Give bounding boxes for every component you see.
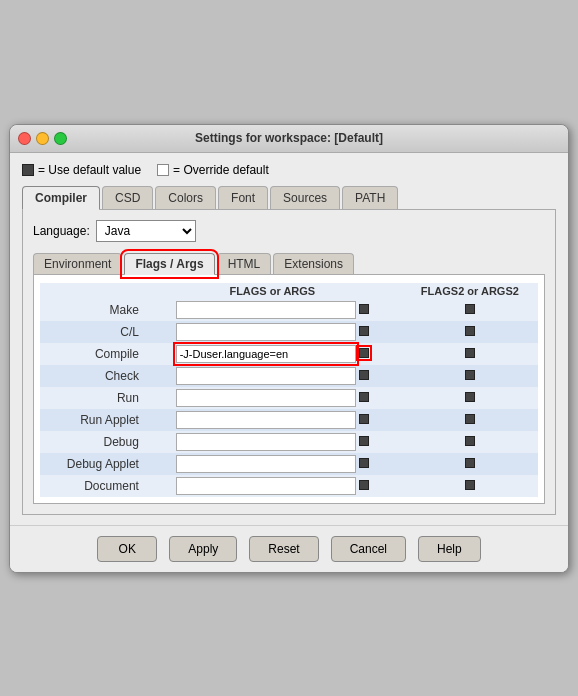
row-flags-document	[143, 475, 402, 497]
col-label-header	[40, 283, 143, 299]
run-applet-flags2-toggle[interactable]	[465, 414, 475, 424]
table-row: Check	[40, 365, 538, 387]
document-flags2-toggle[interactable]	[465, 480, 475, 490]
close-button[interactable]	[18, 132, 31, 145]
cl-flags-input[interactable]	[176, 323, 356, 341]
debug-applet-flags2-toggle[interactable]	[465, 458, 475, 468]
sub-tab-html[interactable]: HTML	[217, 253, 272, 274]
row-flags2-debug	[402, 431, 538, 453]
tab-path[interactable]: PATH	[342, 186, 398, 209]
flags-args-content: FLAGS or ARGS FLAGS2 or ARGS2 Make	[33, 275, 545, 504]
run-flags-input[interactable]	[176, 389, 356, 407]
row-label-document: Document	[40, 475, 143, 497]
row-label-check: Check	[40, 365, 143, 387]
debug-flags-input[interactable]	[176, 433, 356, 451]
table-row: Run	[40, 387, 538, 409]
run-flags-toggle[interactable]	[359, 392, 369, 402]
sub-tab-flags-args[interactable]: Flags / Args	[124, 253, 214, 275]
check-flags-toggle[interactable]	[359, 370, 369, 380]
row-flags2-make	[402, 299, 538, 321]
row-flags-run	[143, 387, 402, 409]
debug-flags2-toggle[interactable]	[465, 436, 475, 446]
row-flags-debug	[143, 431, 402, 453]
titlebar-buttons	[18, 132, 67, 145]
make-flags-input[interactable]	[176, 301, 356, 319]
maximize-button[interactable]	[54, 132, 67, 145]
cancel-button[interactable]: Cancel	[331, 536, 406, 562]
table-row: Debug Applet	[40, 453, 538, 475]
row-flags2-run-applet	[402, 409, 538, 431]
tab-colors[interactable]: Colors	[155, 186, 216, 209]
flags-table: FLAGS or ARGS FLAGS2 or ARGS2 Make	[40, 283, 538, 497]
row-flags-debug-applet	[143, 453, 402, 475]
make-flags-toggle[interactable]	[359, 304, 369, 314]
tab-sources[interactable]: Sources	[270, 186, 340, 209]
row-label-cl: C/L	[40, 321, 143, 343]
debug-applet-flags-toggle[interactable]	[359, 458, 369, 468]
language-label: Language:	[33, 224, 90, 238]
main-tabs: Compiler CSD Colors Font Sources PATH	[22, 185, 556, 210]
titlebar: Settings for workspace: [Default]	[10, 125, 568, 153]
row-flags-run-applet	[143, 409, 402, 431]
tab-font[interactable]: Font	[218, 186, 268, 209]
help-button[interactable]: Help	[418, 536, 481, 562]
col-flags2-header: FLAGS2 or ARGS2	[402, 283, 538, 299]
language-select[interactable]: Java C C++	[96, 220, 196, 242]
compile-flags2-toggle[interactable]	[465, 348, 475, 358]
legend-default: = Use default value	[22, 163, 141, 177]
row-flags-cl	[143, 321, 402, 343]
tab-compiler[interactable]: Compiler	[22, 186, 100, 210]
compile-flags-toggle[interactable]	[359, 348, 369, 358]
ok-button[interactable]: OK	[97, 536, 157, 562]
row-flags2-compile	[402, 343, 538, 365]
table-row: C/L	[40, 321, 538, 343]
row-label-debug-applet: Debug Applet	[40, 453, 143, 475]
cl-flags2-toggle[interactable]	[465, 326, 475, 336]
row-flags2-document	[402, 475, 538, 497]
sub-tab-environment[interactable]: Environment	[33, 253, 122, 274]
cl-flags-toggle[interactable]	[359, 326, 369, 336]
table-row: Run Applet	[40, 409, 538, 431]
debug-flags-toggle[interactable]	[359, 436, 369, 446]
row-flags2-debug-applet	[402, 453, 538, 475]
table-row: Document	[40, 475, 538, 497]
row-flags2-run	[402, 387, 538, 409]
check-flags-input[interactable]	[176, 367, 356, 385]
reset-button[interactable]: Reset	[249, 536, 318, 562]
document-flags-toggle[interactable]	[359, 480, 369, 490]
debug-applet-flags-input[interactable]	[176, 455, 356, 473]
apply-button[interactable]: Apply	[169, 536, 237, 562]
row-label-debug: Debug	[40, 431, 143, 453]
window-title: Settings for workspace: [Default]	[195, 131, 383, 145]
row-label-compile: Compile	[40, 343, 143, 365]
legend-default-label: = Use default value	[38, 163, 141, 177]
legend-filled-icon	[22, 164, 34, 176]
legend-override: = Override default	[157, 163, 269, 177]
minimize-button[interactable]	[36, 132, 49, 145]
row-label-run: Run	[40, 387, 143, 409]
tab-csd[interactable]: CSD	[102, 186, 153, 209]
legend-override-label: = Override default	[173, 163, 269, 177]
make-flags2-toggle[interactable]	[465, 304, 475, 314]
table-row: Debug	[40, 431, 538, 453]
check-flags2-toggle[interactable]	[465, 370, 475, 380]
run-flags2-toggle[interactable]	[465, 392, 475, 402]
language-row: Language: Java C C++	[33, 220, 545, 242]
legend-row: = Use default value = Override default	[22, 163, 556, 177]
document-flags-input[interactable]	[176, 477, 356, 495]
legend-outline-icon	[157, 164, 169, 176]
row-flags-compile	[143, 343, 402, 365]
row-flags2-check	[402, 365, 538, 387]
col-flags-header: FLAGS or ARGS	[143, 283, 402, 299]
sub-tab-extensions[interactable]: Extensions	[273, 253, 354, 274]
table-row: Compile	[40, 343, 538, 365]
run-applet-flags-input[interactable]	[176, 411, 356, 429]
table-row: Make	[40, 299, 538, 321]
settings-window: Settings for workspace: [Default] = Use …	[9, 124, 569, 573]
bottom-bar: OK Apply Reset Cancel Help	[10, 525, 568, 572]
row-flags-make	[143, 299, 402, 321]
row-flags2-cl	[402, 321, 538, 343]
row-label-run-applet: Run Applet	[40, 409, 143, 431]
run-applet-flags-toggle[interactable]	[359, 414, 369, 424]
compile-flags-input[interactable]	[176, 345, 356, 363]
